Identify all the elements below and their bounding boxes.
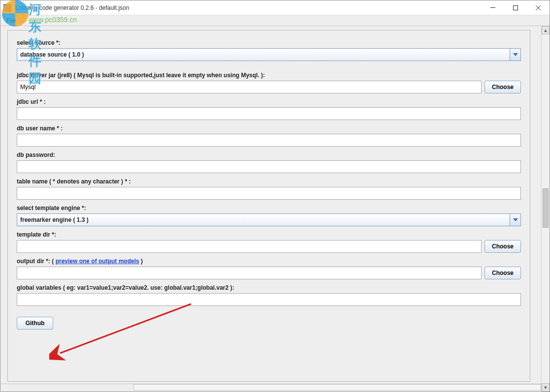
maximize-icon bbox=[513, 5, 518, 10]
db-password-input[interactable] bbox=[17, 160, 521, 173]
engine-combobox-value: freemarker engine ( 1.3 ) bbox=[17, 214, 510, 226]
label-jdbc-driver: jdbc driver jar (jre8) ( Mysql is built-… bbox=[17, 72, 521, 79]
table-name-input[interactable] bbox=[17, 187, 521, 200]
global-vars-input[interactable] bbox=[17, 293, 521, 306]
form-panel: select source *: database source ( 1.0 )… bbox=[7, 30, 530, 382]
source-combobox-value: database source ( 1.0 ) bbox=[17, 49, 510, 60]
label-global-vars: global variables ( eg: var1=value1;var2=… bbox=[17, 284, 521, 291]
titlebar: LcMatrix code generator 0.2.6 - default.… bbox=[0, 0, 550, 15]
horizontal-scroll-track[interactable] bbox=[133, 384, 541, 391]
label-table-name: table name ( * denotes any character ) *… bbox=[17, 178, 521, 185]
window-title: LcMatrix code generator 0.2.6 - default.… bbox=[14, 4, 482, 11]
jdbc-url-input[interactable] bbox=[17, 107, 521, 120]
choose-jdbc-driver-button[interactable]: Choose bbox=[485, 81, 521, 93]
engine-combobox-arrow[interactable] bbox=[510, 214, 520, 226]
label-output-dir-text: output dir *: ( bbox=[17, 258, 56, 265]
label-jdbc-url: jdbc url * : bbox=[17, 98, 521, 105]
jdbc-driver-input[interactable] bbox=[17, 81, 482, 93]
svg-rect-1 bbox=[514, 5, 518, 10]
choose-template-dir-button[interactable]: Choose bbox=[485, 240, 521, 253]
menu-file[interactable]: File bbox=[2, 16, 20, 25]
scroll-down-arrow[interactable]: ▼ bbox=[542, 383, 550, 392]
github-button[interactable]: Github bbox=[17, 317, 53, 330]
content-area: select source *: database source ( 1.0 )… bbox=[0, 26, 550, 392]
app-icon bbox=[3, 4, 11, 12]
engine-combobox[interactable]: freemarker engine ( 1.3 ) bbox=[17, 213, 521, 226]
svg-rect-0 bbox=[490, 7, 495, 8]
minimize-button[interactable] bbox=[482, 0, 504, 15]
minimize-icon bbox=[490, 7, 495, 8]
label-select-engine: select template engine *: bbox=[17, 205, 521, 211]
label-select-source: select source *: bbox=[17, 39, 521, 46]
window-controls bbox=[482, 0, 550, 15]
label-db-user: db user name * : bbox=[17, 125, 521, 132]
scroll-thumb[interactable] bbox=[543, 188, 549, 228]
source-combobox[interactable]: database source ( 1.0 ) bbox=[17, 48, 521, 61]
choose-output-dir-button[interactable]: Choose bbox=[485, 267, 521, 279]
db-user-input[interactable] bbox=[17, 134, 521, 147]
scroll-viewport: select source *: database source ( 1.0 )… bbox=[0, 26, 541, 392]
vertical-scrollbar[interactable]: ▲ ▼ bbox=[541, 26, 550, 392]
label-db-password: db password: bbox=[17, 151, 521, 158]
close-button[interactable] bbox=[527, 0, 550, 15]
scroll-up-arrow[interactable]: ▲ bbox=[542, 26, 550, 34]
chevron-down-icon bbox=[513, 53, 518, 56]
output-dir-input[interactable] bbox=[17, 267, 482, 279]
label-output-dir: output dir *: ( preview one of output mo… bbox=[17, 258, 521, 265]
chevron-down-icon bbox=[513, 218, 518, 221]
label-output-dir-end: ) bbox=[139, 258, 143, 265]
label-template-dir: template dir *: bbox=[17, 231, 521, 238]
close-icon bbox=[536, 5, 541, 10]
source-combobox-arrow[interactable] bbox=[510, 49, 520, 60]
bottom-status-bar bbox=[0, 384, 541, 392]
maximize-button[interactable] bbox=[504, 0, 527, 15]
preview-models-link[interactable]: preview one of output models bbox=[56, 258, 139, 265]
template-dir-input[interactable] bbox=[17, 240, 482, 253]
menubar: File bbox=[0, 15, 550, 26]
app-window: LcMatrix code generator 0.2.6 - default.… bbox=[0, 0, 550, 392]
